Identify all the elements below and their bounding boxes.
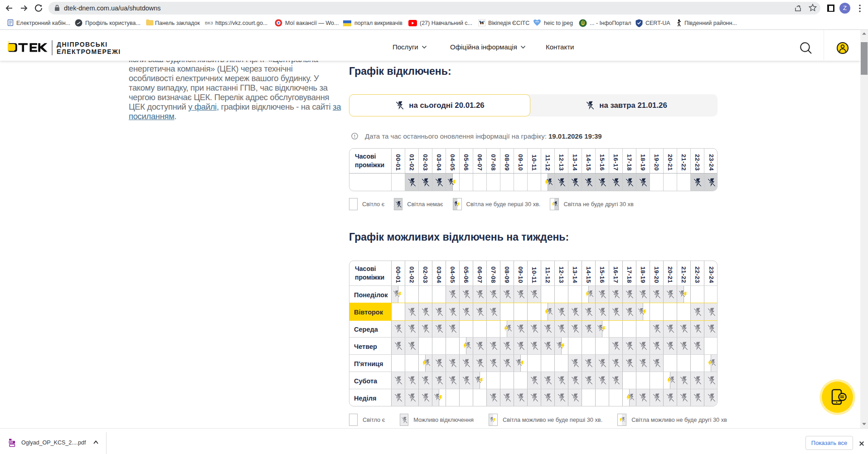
svg-text:PDF: PDF: [9, 441, 13, 444]
